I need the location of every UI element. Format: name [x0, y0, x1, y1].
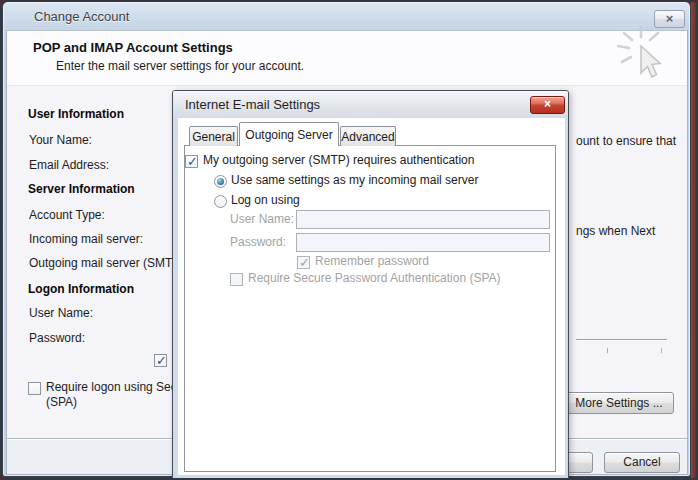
window-title: Change Account	[34, 9, 129, 24]
use-same-settings-radio[interactable]	[214, 175, 227, 188]
remember-password-label: Remember password	[315, 254, 429, 269]
use-same-settings-label: Use same settings as my incoming mail se…	[231, 173, 478, 188]
page-subtitle: Enter the mail server settings for your …	[56, 59, 304, 73]
account-type-label: Account Type:	[29, 208, 105, 223]
more-settings-button[interactable]: More Settings ...	[564, 392, 674, 414]
tab-advanced[interactable]: Advanced	[340, 126, 396, 146]
tab-outgoing-server[interactable]: Outgoing Server	[239, 122, 339, 146]
user-name-label: User Name:	[230, 212, 294, 227]
password-field[interactable]	[296, 233, 550, 252]
remember-password-checkbox[interactable]	[297, 256, 310, 269]
section-user-information: User Information	[28, 107, 124, 122]
page-header: POP and IMAP Account Settings Enter the …	[7, 31, 687, 86]
smtp-auth-checkbox[interactable]	[185, 155, 198, 168]
cancel-button[interactable]: Cancel	[604, 452, 680, 473]
require-logon-spa-checkbox[interactable]	[28, 382, 41, 395]
test-account-text-fragment: ount to ensure that	[576, 134, 676, 149]
require-logon-spa-label-line2: (SPA)	[46, 395, 77, 410]
background-remember-password-checkbox[interactable]	[154, 354, 167, 367]
section-server-information: Server Information	[28, 182, 135, 197]
dialog-title: Internet E-mail Settings	[185, 97, 320, 112]
logon-password-label: Password:	[29, 331, 85, 346]
require-logon-spa-label-line1: Require logon using Secu	[46, 380, 183, 395]
email-address-label: Email Address:	[29, 158, 109, 173]
internet-email-settings-dialog: Internet E-mail Settings × General Outgo…	[172, 90, 569, 480]
outgoing-server-label: Outgoing mail server (SMTP)	[29, 256, 184, 271]
log-on-using-radio[interactable]	[214, 195, 227, 208]
close-icon[interactable]: ×	[654, 10, 685, 28]
close-icon[interactable]: ×	[530, 96, 565, 114]
auto-test-text-fragment: ngs when Next	[576, 224, 655, 239]
tab-general[interactable]: General	[189, 126, 238, 146]
log-on-using-label: Log on using	[231, 193, 300, 208]
smtp-auth-label: My outgoing server (SMTP) requires authe…	[203, 153, 474, 168]
password-label: Password:	[230, 235, 286, 250]
require-spa-checkbox[interactable]	[230, 273, 243, 286]
incoming-server-label: Incoming mail server:	[29, 232, 143, 247]
hidden-button-edge-line	[576, 339, 667, 340]
user-name-field[interactable]	[296, 210, 550, 229]
tick-mark	[607, 348, 608, 353]
require-spa-label: Require Secure Password Authentication (…	[248, 271, 501, 286]
dialog-titlebar[interactable]: Internet E-mail Settings ×	[173, 91, 568, 118]
page-title: POP and IMAP Account Settings	[33, 40, 233, 55]
logon-user-name-label: User Name:	[29, 306, 93, 321]
tick-mark	[661, 348, 662, 353]
screenshot: Change Account × POP and IMAP Account Se…	[0, 0, 698, 480]
section-logon-information: Logon Information	[28, 282, 134, 297]
desktop-background-strip	[691, 0, 698, 480]
your-name-label: Your Name:	[29, 133, 92, 148]
